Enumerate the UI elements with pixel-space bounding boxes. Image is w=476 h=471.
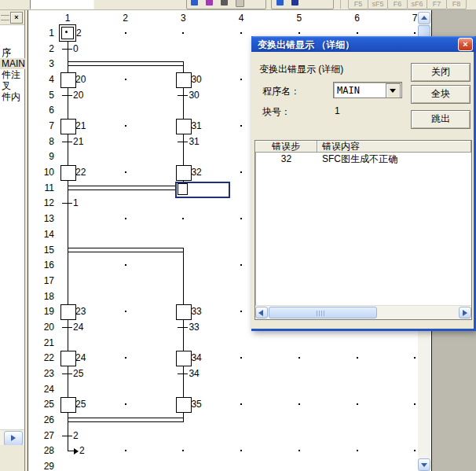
sfc-step[interactable] [176, 397, 192, 413]
scroll-down-button[interactable] [418, 458, 430, 471]
row-number: 20 [34, 322, 54, 333]
sfc-connection-line [183, 248, 184, 422]
sfc-transition-label: 31 [189, 137, 199, 146]
fkey-button-sF5[interactable]: sF5 [368, 0, 388, 9]
row-number: 22 [34, 352, 54, 363]
sfc-transition-label: 2 [73, 431, 79, 440]
close-dialog-button[interactable]: 关闭 [411, 63, 471, 82]
sfc-step-label: 22 [75, 167, 86, 177]
sfc-transition[interactable] [62, 327, 72, 328]
row-number: 13 [34, 213, 54, 224]
sfc-transition[interactable] [62, 95, 72, 96]
grid-dot [182, 218, 184, 219]
program-name-combobox[interactable]: MAIN [333, 82, 402, 98]
list-hscroll-thumb[interactable] [269, 307, 377, 318]
grid-dot [182, 450, 184, 451]
sfc-step-label: 20 [75, 75, 86, 84]
sfc-step[interactable] [60, 304, 76, 320]
sfc-step[interactable] [176, 72, 192, 88]
sfc-initial-step[interactable] [59, 24, 76, 42]
list-scroll-left-button[interactable] [255, 307, 268, 318]
dialog-title: 变换出错显示 （详细） [258, 39, 354, 52]
row-number: 25 [34, 399, 54, 410]
toolbar-icon-4[interactable] [236, 0, 244, 7]
toolbar-icon-1[interactable] [191, 0, 198, 6]
sfc-transition[interactable] [62, 49, 72, 50]
sfc-step[interactable] [176, 119, 192, 134]
sfc-step[interactable] [60, 72, 76, 88]
tree-item-4[interactable]: 件内 [0, 91, 26, 102]
sfc-step-label: 33 [191, 307, 201, 316]
sfc-transition[interactable] [62, 436, 72, 436]
sfc-transition[interactable] [62, 373, 72, 374]
grid-dot [357, 357, 358, 359]
jump-arrow-icon [74, 448, 79, 454]
sfc-transition[interactable] [62, 142, 72, 142]
arrow-left-icon [258, 310, 263, 316]
grid-dot [182, 32, 184, 34]
error-list-hscrollbar[interactable] [255, 305, 471, 319]
fkey-button-F5[interactable]: F5 [348, 0, 368, 9]
toolbar-icon-3[interactable] [221, 0, 228, 6]
sfc-step[interactable] [60, 351, 76, 366]
fkey-button-sF6[interactable]: sF6 [407, 0, 427, 9]
error-content-column-header[interactable]: 错误内容 [317, 141, 471, 153]
toolbar-icon-6[interactable] [291, 0, 298, 6]
combobox-dropdown-button[interactable] [386, 83, 401, 98]
fkey-button-F8[interactable]: F8 [446, 0, 467, 9]
toolbar-icon-2[interactable] [206, 0, 213, 6]
sfc-transition[interactable] [62, 203, 72, 204]
sfc-step[interactable] [176, 304, 192, 320]
error-listview: 错误步 错误内容 32SFC图生成不正确 [254, 140, 472, 320]
row-number: 11 [34, 182, 54, 193]
sfc-transition-label: 1 [73, 198, 79, 208]
jump-out-button[interactable]: 跳出 [411, 110, 471, 129]
fkey-button-F6[interactable]: F6 [387, 0, 408, 9]
grid-dot [125, 79, 126, 80]
panel-scroll-right-button[interactable] [4, 431, 23, 446]
column-number: 6 [350, 13, 365, 24]
dialog-titlebar[interactable]: 变换出错显示 （详细） × [251, 36, 476, 52]
toolbar-icon-5[interactable] [276, 0, 284, 6]
grid-dot [240, 171, 242, 173]
grid-dot [125, 264, 126, 266]
panel-hscrollbar[interactable] [0, 429, 24, 446]
error-table-row[interactable]: 32SFC图生成不正确 [255, 153, 471, 165]
grid-dot [240, 218, 242, 219]
toolbar-combo-fragment[interactable] [30, 0, 94, 9]
tree-item-2[interactable]: 件注 [0, 69, 26, 80]
sfc-step[interactable] [60, 397, 76, 413]
all-blocks-button[interactable]: 全块 [411, 85, 471, 104]
sfc-transition-label: 25 [73, 369, 83, 378]
sfc-jump-label: 2 [79, 446, 85, 455]
sfc-parallel-line [68, 186, 178, 190]
sfc-transition-label: 30 [189, 90, 199, 100]
scroll-up-button[interactable] [418, 12, 430, 24]
sfc-parallel-line [68, 61, 184, 66]
grid-dot [357, 32, 358, 34]
fkey-button-F7[interactable]: F7 [427, 0, 447, 9]
block-number-value: 1 [335, 105, 340, 116]
grid-dot [125, 171, 126, 173]
column-number: 2 [118, 13, 134, 24]
sfc-step[interactable] [60, 165, 76, 181]
sfc-transition[interactable] [178, 142, 188, 142]
edit-cursor[interactable] [175, 182, 230, 198]
grid-dot [125, 218, 126, 219]
tree-item-1[interactable]: MAIN [0, 58, 26, 69]
sfc-transition[interactable] [178, 95, 188, 96]
tree-item-3[interactable]: 叉 [0, 80, 26, 91]
dialog-close-button[interactable]: × [458, 38, 473, 51]
sfc-step[interactable] [176, 351, 192, 366]
sfc-step[interactable] [176, 165, 192, 181]
initial-step-dot-icon [65, 31, 68, 33]
sfc-transition[interactable] [178, 373, 188, 374]
grid-dot [414, 403, 416, 405]
sfc-transition[interactable] [178, 327, 188, 328]
sfc-step[interactable] [60, 119, 76, 134]
error-step-column-header[interactable]: 错误步 [255, 141, 317, 153]
grid-dot [240, 32, 242, 34]
list-scroll-right-button[interactable] [459, 307, 471, 318]
panel-close-button[interactable]: × [10, 12, 23, 24]
tree-item-0[interactable]: 序 [0, 47, 26, 58]
